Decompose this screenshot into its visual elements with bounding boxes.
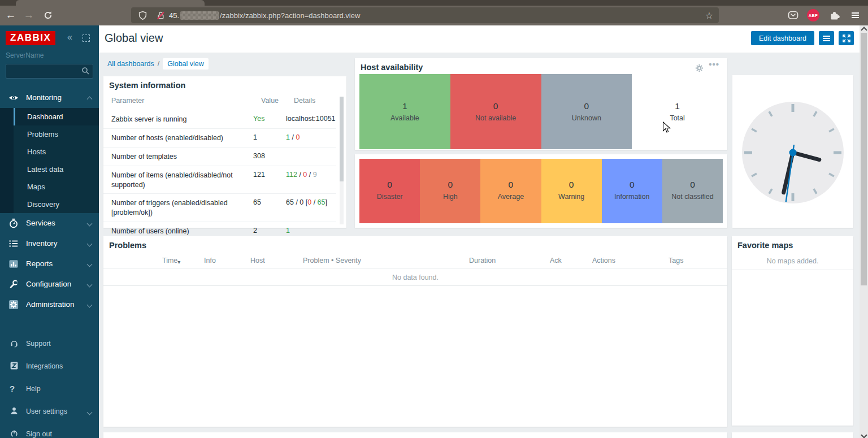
- breadcrumb-all-dashboards[interactable]: All dashboards: [107, 60, 154, 68]
- pocket-icon[interactable]: [787, 9, 799, 21]
- table-row: Zabbix server is runningYeslocalhost:100…: [103, 110, 336, 128]
- status-block-unknown: 0Unknown: [541, 74, 632, 149]
- url-bar[interactable]: 45. /zabbix/zabbix.php?action=dashboard.…: [131, 7, 719, 23]
- column-header: Details: [294, 97, 315, 105]
- status-block-disaster: 0Disaster: [359, 159, 420, 223]
- sidebar-item-administration[interactable]: Administration: [0, 294, 99, 315]
- sidebar-item-integrations[interactable]: Integrations: [0, 355, 99, 378]
- eye-icon: [8, 93, 19, 103]
- sidebar-item-support[interactable]: Support: [0, 332, 99, 355]
- no-maps-text: No maps added.: [732, 257, 853, 265]
- gear-icon: [8, 300, 19, 310]
- sidebar-search-input[interactable]: [6, 64, 93, 79]
- bar-chart-icon: [8, 259, 19, 269]
- column-header-time[interactable]: Time ▾: [162, 257, 177, 264]
- reload-button[interactable]: [41, 8, 55, 23]
- zabbix-logo[interactable]: ZABBIX: [6, 31, 55, 45]
- sidebar-item-configuration[interactable]: Configuration: [0, 274, 99, 294]
- insecure-lock-icon[interactable]: [156, 11, 166, 20]
- column-header-problem: Problem • Severity: [303, 257, 361, 264]
- details-cell: 1: [286, 227, 336, 236]
- sidebar-item-label: Monitoring: [26, 93, 62, 102]
- sidebar-item-monitoring[interactable]: Monitoring: [0, 88, 99, 108]
- submenu-item-dashboard[interactable]: Dashboard: [14, 108, 99, 125]
- submenu-item-hosts[interactable]: Hosts: [14, 143, 99, 161]
- sidebar-pin-icon[interactable]: [83, 34, 90, 42]
- sidebar-item-help[interactable]: ? Help: [0, 378, 99, 400]
- status-block-total: 1Total: [632, 74, 723, 149]
- sidebar-item-user-settings[interactable]: User settings: [0, 400, 99, 423]
- analog-clock: [739, 98, 847, 207]
- sidebar-item-label: Integrations: [26, 362, 63, 370]
- submenu-item-maps[interactable]: Maps: [14, 178, 99, 196]
- next-row-widget-partial: [103, 432, 727, 438]
- scroll-up-arrow[interactable]: [861, 27, 867, 33]
- status-block-not-available: 0Not available: [450, 74, 541, 149]
- sidebar-item-label: Inventory: [26, 239, 58, 248]
- status-block-high: 0High: [420, 159, 480, 223]
- widget-menu-dots-icon[interactable]: •••: [709, 59, 719, 69]
- server-name: ServerName: [6, 51, 44, 59]
- parameter-cell: Number of triggers (enabled/disabled [pr…: [103, 198, 253, 218]
- forward-button[interactable]: →: [21, 8, 36, 23]
- sidebar-item-label: Reports: [26, 259, 53, 268]
- breadcrumb-separator: /: [158, 60, 159, 68]
- edit-dashboard-button[interactable]: Edit dashboard: [751, 31, 814, 45]
- browser-tabstrip: [0, 0, 868, 6]
- stopwatch-icon: [8, 218, 19, 228]
- back-button[interactable]: ←: [3, 8, 18, 23]
- sidebar-item-label: Sign out: [26, 430, 52, 438]
- dashboard-list-button[interactable]: [819, 31, 834, 45]
- page-scrollbar[interactable]: [860, 25, 868, 438]
- fullscreen-button[interactable]: [839, 31, 854, 45]
- column-header: Value: [261, 97, 279, 105]
- extensions-puzzle-icon[interactable]: [828, 9, 840, 21]
- browser-active-tab[interactable]: [16, 0, 205, 6]
- page-header: Global view Edit dashboard: [99, 25, 860, 53]
- hamburger-icon: [823, 34, 830, 42]
- column-header: Parameter: [111, 97, 144, 105]
- question-mark-icon: ?: [10, 384, 19, 393]
- block-count: 0: [480, 180, 541, 190]
- url-host: 45.: [169, 11, 179, 20]
- sidebar: ZABBIX « ServerName Monitoring Dashboard…: [0, 25, 99, 438]
- chevron-down-icon: [87, 410, 93, 415]
- scroll-down-arrow[interactable]: [861, 432, 867, 438]
- sort-desc-icon: ▾: [177, 259, 180, 265]
- sidebar-item-reports[interactable]: Reports: [0, 254, 99, 274]
- submenu-item-discovery[interactable]: Discovery: [14, 196, 99, 213]
- browser-menu-icon[interactable]: [849, 9, 861, 21]
- breadcrumb: All dashboards / Global view: [107, 58, 209, 70]
- adblock-abp-badge[interactable]: ABP: [807, 9, 819, 21]
- block-label: Warning: [541, 193, 602, 201]
- widget-settings-gear-icon[interactable]: [695, 64, 704, 72]
- bookmark-star-icon[interactable]: ☆: [705, 10, 713, 21]
- sidebar-item-inventory[interactable]: Inventory: [0, 233, 99, 254]
- sidebar-item-sign-out[interactable]: Sign out: [0, 423, 99, 438]
- block-label: Unknown: [541, 114, 632, 122]
- shield-icon[interactable]: [138, 11, 147, 20]
- headset-icon: [10, 339, 19, 348]
- breadcrumb-current[interactable]: Global view: [163, 58, 209, 70]
- column-header-ack: Ack: [550, 257, 562, 264]
- value-cell: 65: [253, 198, 286, 218]
- block-count: 0: [662, 180, 723, 190]
- submenu-item-latest-data[interactable]: Latest data: [14, 161, 99, 178]
- sidebar-item-label: Administration: [26, 300, 75, 309]
- block-count: 0: [541, 180, 602, 190]
- scrollbar-thumb[interactable]: [861, 33, 867, 285]
- details-cell: 1 / 0: [286, 133, 336, 143]
- block-count: 0: [541, 101, 632, 111]
- status-block-information: 0Information: [602, 159, 662, 223]
- list-icon: [8, 238, 19, 249]
- parameter-cell: Number of templates: [103, 152, 253, 162]
- scrollbar-thumb[interactable]: [340, 97, 344, 181]
- favorite-maps-widget: Favorite maps No maps added.: [732, 236, 853, 426]
- submenu-item-problems[interactable]: Problems: [14, 125, 99, 143]
- sidebar-item-services[interactable]: Services: [0, 213, 99, 233]
- sidebar-item-label: Help: [26, 385, 41, 393]
- details-cell: [286, 152, 336, 162]
- widget-scrollbar[interactable]: [340, 97, 344, 224]
- sidebar-collapse-icon[interactable]: «: [67, 32, 72, 42]
- block-count: 1: [632, 101, 723, 111]
